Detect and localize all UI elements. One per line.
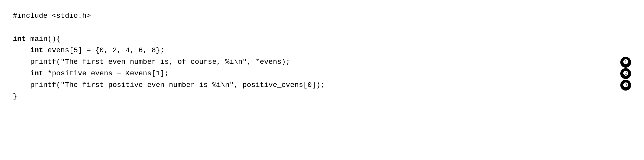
line-close-text: } — [13, 91, 631, 103]
annotation-2: ❷ — [620, 68, 631, 79]
line-evens-text: int evens[5] = {0, 2, 4, 6, 8}; — [13, 45, 631, 56]
line-printf1: printf("The first even number is, of cou… — [13, 56, 631, 68]
line-positive: int *positive_evens = &evens[1]; ❷ — [13, 68, 631, 79]
keyword-int-main: int — [13, 35, 26, 43]
line-printf1-text: printf("The first even number is, of cou… — [13, 56, 615, 68]
line-close: } — [13, 91, 631, 103]
keyword-int-positive: int — [30, 69, 43, 77]
empty-line-1 — [13, 22, 631, 33]
line-main-text: int main(){ — [13, 33, 631, 45]
keyword-int-evens: int — [30, 46, 43, 54]
line-printf2-text: printf("The first positive even number i… — [13, 79, 615, 91]
annotation-1: ❶ — [620, 57, 631, 68]
line-include: #include <stdio.h> — [13, 10, 631, 22]
line-include-text: #include <stdio.h> — [13, 10, 631, 22]
code-block: #include <stdio.h> int main(){ int evens… — [13, 10, 631, 102]
annotation-3: ❸ — [620, 80, 631, 91]
line-printf2: printf("The first positive even number i… — [13, 79, 631, 91]
line-evens: int evens[5] = {0, 2, 4, 6, 8}; — [13, 45, 631, 56]
line-positive-text: int *positive_evens = &evens[1]; — [13, 68, 615, 79]
line-main: int main(){ — [13, 33, 631, 45]
